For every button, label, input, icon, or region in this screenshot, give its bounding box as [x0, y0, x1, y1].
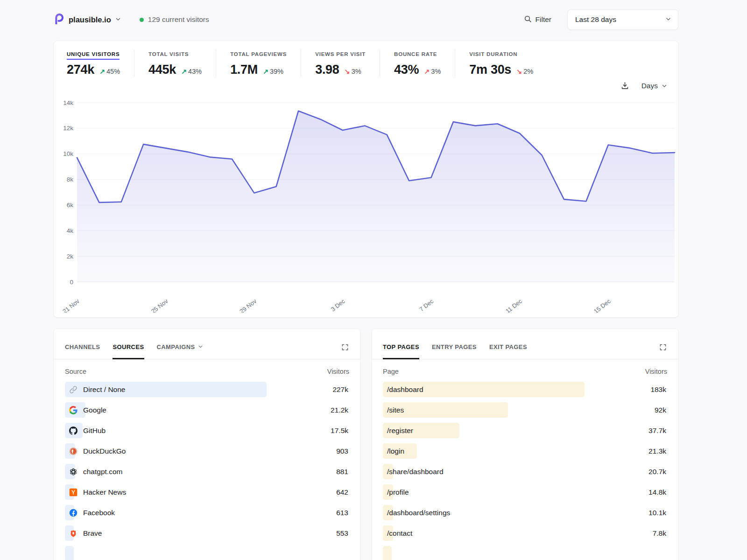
github-icon	[69, 427, 78, 435]
row-label[interactable]: /sites	[387, 406, 404, 414]
stat-change: ↗3%	[424, 68, 441, 75]
tab-top-pages[interactable]: TOP PAGES	[383, 343, 419, 359]
list-row: DuckDuckGo903	[65, 443, 349, 459]
interval-select[interactable]: Days	[641, 82, 667, 90]
filter-button[interactable]: Filter	[524, 15, 551, 25]
expand-icon[interactable]	[659, 343, 667, 359]
hackernews-icon	[69, 488, 78, 497]
row-label[interactable]: Direct / None	[83, 385, 125, 394]
row-label[interactable]: GitHub	[83, 427, 106, 435]
sources-tabs: CHANNELSSOURCESCAMPAIGNS	[54, 329, 360, 359]
row-value: 183k	[650, 385, 666, 394]
site-name: plausible.io	[69, 15, 111, 24]
row-value: 613	[336, 509, 348, 517]
row-label[interactable]: /login	[387, 447, 404, 455]
stat-value: 445k	[148, 63, 176, 77]
row-value: 227k	[332, 385, 348, 394]
svg-text:12k: 12k	[63, 125, 73, 132]
list-row: Hacker News642	[65, 484, 349, 500]
current-visitors[interactable]: 129 current visitors	[140, 15, 209, 24]
stat-change: ↗39%	[263, 68, 283, 75]
brave-icon	[69, 529, 78, 538]
value-bar	[383, 546, 392, 560]
tab-campaigns[interactable]: CAMPAIGNS	[157, 343, 203, 359]
stat-label: VISIT DURATION	[469, 51, 517, 60]
row-value: 92k	[655, 406, 666, 414]
column-page: Page	[383, 368, 399, 375]
row-label[interactable]: chatgpt.com	[83, 468, 122, 476]
list-row-partial	[383, 546, 667, 560]
stat-tab-views-per-visit[interactable]: VIEWS PER VISIT3.98↘3%	[301, 49, 380, 77]
row-label[interactable]: Google	[83, 406, 106, 414]
row-label[interactable]: Brave	[83, 529, 102, 538]
svg-text:4k: 4k	[67, 227, 74, 234]
stat-tab-bounce-rate[interactable]: BOUNCE RATE43%↗3%	[380, 49, 455, 77]
stat-tab-total-pageviews[interactable]: TOTAL PAGEVIEWS1.7M↗39%	[216, 49, 301, 77]
search-icon	[524, 15, 532, 25]
row-label[interactable]: /contact	[387, 529, 412, 538]
list-row: /register37.7k	[383, 423, 667, 438]
date-range-select[interactable]: Last 28 days	[567, 9, 678, 30]
visitors-chart: 02k4k6k8k10k12k14k21 Nov25 Nov29 Nov3 De…	[54, 98, 678, 313]
tab-channels[interactable]: CHANNELS	[65, 343, 100, 359]
row-label[interactable]: /register	[387, 427, 413, 435]
link-icon	[69, 385, 78, 394]
svg-text:15 Dec: 15 Dec	[592, 297, 612, 313]
column-visitors: Visitors	[645, 368, 667, 375]
arrow-up-icon: ↗	[263, 68, 268, 75]
row-value: 17.5k	[331, 427, 348, 435]
row-value: 7.8k	[653, 529, 666, 538]
pages-rows: /dashboard183k/sites92k/register37.7k/lo…	[383, 382, 667, 560]
list-row: /contact7.8k	[383, 525, 667, 541]
row-label[interactable]: /share/dashboard	[387, 468, 444, 476]
stat-tab-unique-visitors[interactable]: UNIQUE VISITORS274k↗45%	[67, 49, 134, 77]
date-range-value: Last 28 days	[575, 15, 616, 24]
arrow-down-icon: ↘	[516, 68, 522, 75]
row-value: 903	[336, 447, 348, 455]
svg-text:11 Dec: 11 Dec	[504, 297, 523, 313]
row-label[interactable]: Facebook	[83, 509, 115, 517]
stat-value: 1.7M	[230, 63, 258, 77]
svg-text:7 Dec: 7 Dec	[418, 297, 435, 313]
svg-text:21 Nov: 21 Nov	[61, 297, 81, 313]
sources-panel: CHANNELSSOURCESCAMPAIGNS Source Visitors…	[54, 329, 360, 560]
row-label[interactable]: /profile	[387, 488, 409, 497]
stat-change: ↗45%	[99, 68, 120, 75]
expand-icon[interactable]	[341, 343, 349, 359]
row-label[interactable]: DuckDuckGo	[83, 447, 126, 455]
list-row: Direct / None227k	[65, 382, 349, 397]
topbar-actions: Filter Last 28 days	[524, 9, 678, 30]
stat-tab-visit-duration[interactable]: VISIT DURATION7m 30s↘2%	[455, 49, 547, 77]
row-label[interactable]: /dashboard	[387, 385, 423, 394]
download-icon[interactable]	[620, 81, 629, 90]
svg-text:6k: 6k	[67, 202, 74, 209]
svg-text:0: 0	[70, 279, 73, 286]
chevron-down-icon	[198, 343, 203, 350]
stat-value: 3.98	[315, 63, 339, 77]
stat-label: BOUNCE RATE	[394, 51, 437, 60]
list-row: /dashboard183k	[383, 382, 667, 397]
arrow-down-icon: ↘	[345, 68, 350, 75]
plausible-logo-icon	[54, 14, 64, 26]
site-switcher[interactable]: plausible.io	[54, 14, 121, 26]
tab-sources[interactable]: SOURCES	[113, 343, 144, 359]
interval-label: Days	[641, 82, 658, 90]
row-label[interactable]: Hacker News	[83, 488, 126, 497]
svg-text:14k: 14k	[63, 99, 73, 106]
sources-column-headers: Source Visitors	[65, 368, 349, 375]
chevron-down-icon	[115, 15, 121, 24]
row-label[interactable]: /dashboard/settings	[387, 509, 450, 517]
arrow-up-icon: ↗	[181, 68, 187, 75]
visitors-card: UNIQUE VISITORS274k↗45%TOTAL VISITS445k↗…	[54, 41, 678, 317]
stat-tab-total-visits[interactable]: TOTAL VISITS445k↗43%	[134, 49, 216, 77]
list-row: GitHub17.5k	[65, 423, 349, 438]
facebook-icon	[69, 509, 78, 517]
stat-value: 274k	[67, 63, 94, 77]
duckduckgo-icon	[69, 447, 78, 455]
list-row: /share/dashboard20.7k	[383, 464, 667, 479]
row-value: 21.3k	[648, 447, 666, 455]
tab-entry-pages[interactable]: ENTRY PAGES	[432, 343, 477, 359]
sources-rows: Direct / None227kGoogle21.2kGitHub17.5kD…	[65, 382, 349, 560]
row-value: 10.1k	[648, 509, 666, 517]
tab-exit-pages[interactable]: EXIT PAGES	[489, 343, 527, 359]
